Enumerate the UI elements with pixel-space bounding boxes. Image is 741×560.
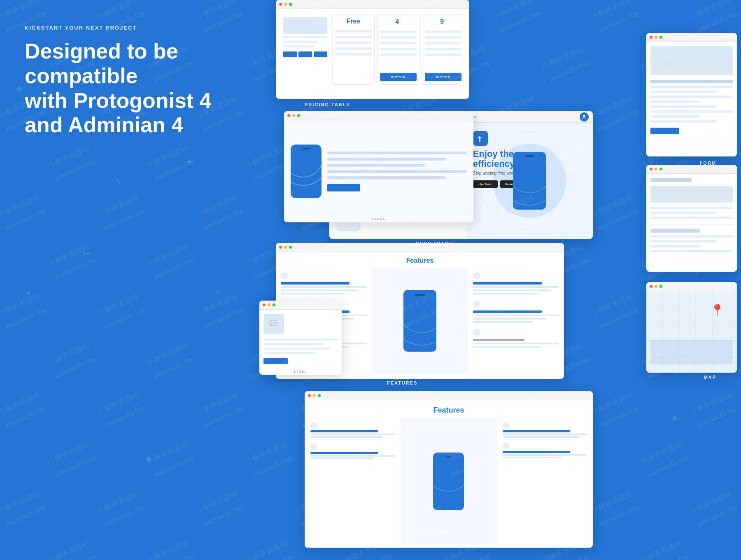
feat-txt1-1 <box>281 286 367 288</box>
sbl-y <box>268 303 270 306</box>
features-bottom-label: FEATURES <box>420 529 450 534</box>
feat-bot-right <box>497 418 593 545</box>
feature-icon-6 <box>473 329 480 336</box>
bg-star3-icon: ☆ <box>41 371 49 381</box>
form-title <box>650 80 733 83</box>
pricing-table-mockup: Free 4– <box>276 0 469 99</box>
form-row6 <box>650 110 733 113</box>
left-section: KICKSTART YOUR NEXT PROJECT Designed to … <box>25 25 255 138</box>
features-center <box>372 268 468 374</box>
fb-icon1 <box>310 422 317 429</box>
feature-item-5 <box>473 300 559 323</box>
form-btn[interactable] <box>650 128 679 134</box>
pricing-btn-row <box>283 51 327 57</box>
map-pin-icon: 📍 <box>710 303 725 317</box>
feat-browser-bar <box>276 243 564 252</box>
feat-bot-bar <box>305 391 593 400</box>
rmid-row5 <box>650 240 716 243</box>
feat-txt6-2 <box>473 346 542 348</box>
fb-t1 <box>310 430 378 432</box>
fb-icon2 <box>310 443 317 450</box>
map-mockup: 📍 <box>646 282 737 373</box>
pr4 <box>335 47 372 50</box>
form-row5 <box>650 105 716 108</box>
pricing-btn-4[interactable]: BUTTON <box>380 73 417 81</box>
fm-g <box>659 36 662 39</box>
fm-r <box>650 36 652 39</box>
hero-cta[interactable] <box>327 184 360 191</box>
sbl-row1 <box>263 338 338 341</box>
fb-d6 <box>503 436 579 438</box>
sbl-g <box>273 303 275 306</box>
fb-item1 <box>310 422 395 439</box>
rmid-img <box>650 186 733 203</box>
rmid-row3 <box>650 217 733 219</box>
rmid-bar <box>646 165 737 174</box>
fb-y <box>313 394 316 397</box>
pricing-col-9: 9– BUTTON <box>422 14 464 85</box>
prot-c2 <box>513 152 546 205</box>
form-bar <box>646 33 737 42</box>
fb-d2 <box>310 436 382 438</box>
hero-right <box>327 152 467 191</box>
pr3 <box>335 42 372 44</box>
fc2 <box>403 290 436 345</box>
pricing-btn-9[interactable]: BUTTON <box>425 73 461 81</box>
form-content <box>646 42 737 156</box>
pricing-thumb <box>283 17 327 34</box>
kickstart-label: KICKSTART YOUR NEXT PROJECT <box>25 25 255 31</box>
hero-image-mockup: LABEL <box>284 111 473 222</box>
fb-g <box>318 394 321 397</box>
dot-yellow <box>284 3 287 6</box>
pricing-image-col <box>281 14 330 85</box>
fb-d7 <box>503 454 587 456</box>
pr15 <box>425 54 461 56</box>
feat-bot-title: Features <box>305 400 593 418</box>
sbl-img <box>263 314 284 334</box>
app-store-btn[interactable]: App Store <box>473 180 498 188</box>
fb-d3 <box>310 455 395 457</box>
rmid-r <box>650 168 652 170</box>
fbp-notch <box>445 456 452 457</box>
form-row4 <box>650 100 700 103</box>
pricing-small-btn3 <box>314 51 327 57</box>
bg-pencil4-icon: ✎ <box>115 177 122 187</box>
fb-d4 <box>310 457 374 459</box>
feat-txt1-2 <box>281 289 358 291</box>
feat-title-6 <box>473 339 525 341</box>
hero-row2 <box>327 158 446 161</box>
feat-txt5-1 <box>473 315 559 316</box>
pricing-small-btn1 <box>283 51 297 57</box>
rmid-row6 <box>650 245 700 247</box>
pr7 <box>380 36 417 39</box>
rmid-row2 <box>650 212 716 214</box>
bg-pencil-icon: ✎ <box>214 288 221 298</box>
sbl-row3 <box>263 348 330 350</box>
sbl-content <box>259 310 342 375</box>
fb-t3 <box>503 430 570 432</box>
feat-title-1 <box>281 282 350 285</box>
h-dot-y <box>292 114 295 117</box>
pr1 <box>335 30 372 33</box>
main-heading: Designed to be compatible with Protogoni… <box>25 39 255 138</box>
svg-point-0 <box>583 115 585 117</box>
hero-row4 <box>327 170 467 173</box>
prot-user-icon <box>580 112 589 121</box>
fb-icon3 <box>503 422 509 429</box>
pr6 <box>380 30 417 33</box>
fb-r <box>308 394 311 397</box>
fb-icon4 <box>503 443 509 449</box>
hero-phone <box>291 145 322 198</box>
pr12 <box>425 36 461 39</box>
rmid-row1 <box>650 207 733 209</box>
features-bottom-mockup: Features <box>305 391 593 548</box>
prot-phone <box>513 152 546 210</box>
right-mid-mockup <box>646 165 737 272</box>
pricing-9-label: 9– <box>425 18 461 26</box>
bg-star5-icon: ☆ <box>54 494 61 504</box>
hero-phone-label: LABEL <box>372 217 386 221</box>
prot-notch <box>525 155 534 157</box>
fb-item2 <box>310 443 395 459</box>
fb-d1 <box>310 434 395 435</box>
sbl-btn[interactable] <box>263 358 288 364</box>
